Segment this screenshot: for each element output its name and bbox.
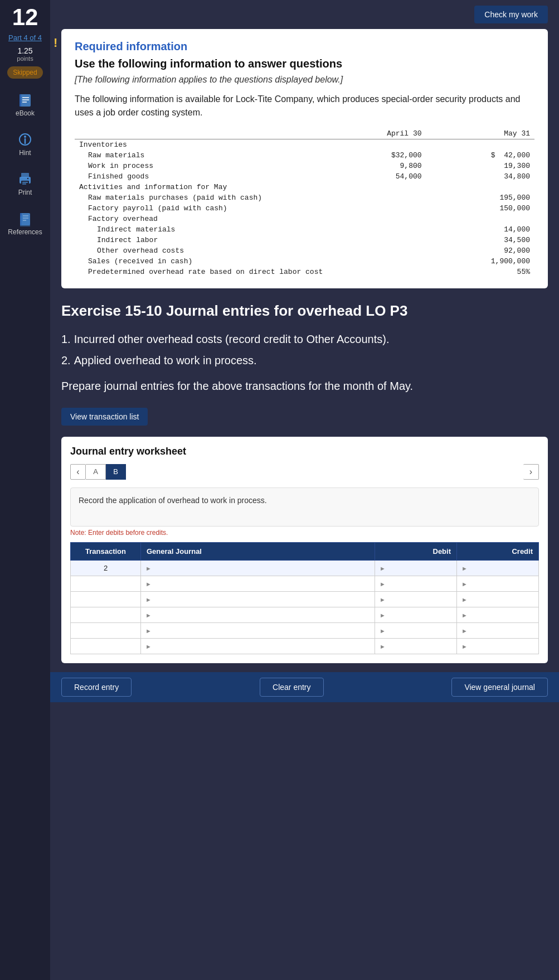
credit-header: Credit: [457, 542, 539, 560]
table-row: ► ► ►: [71, 638, 539, 654]
worksheet-card: Journal entry worksheet ‹ A B › Record t…: [61, 437, 548, 663]
note-text: Note: Enter debits before credits.: [70, 529, 539, 537]
table-row: ► ► ►: [71, 591, 539, 607]
item-number-2: 2.: [61, 352, 71, 369]
view-general-journal-button[interactable]: View general journal: [451, 678, 548, 697]
exclamation-icon: !: [54, 36, 57, 50]
points-unit: points: [17, 55, 33, 62]
worksheet-title: Journal entry worksheet: [70, 446, 539, 457]
table-row: 2 ► ► ►: [71, 560, 539, 576]
col1-header: April 30: [328, 128, 426, 139]
sidebar-item-hint[interactable]: Hint: [15, 128, 35, 160]
question-number: 12: [12, 6, 38, 29]
table-row: Factory payroll (paid with cash) 150,000: [75, 203, 534, 214]
svg-point-6: [24, 136, 26, 138]
tab-bar: ‹ A B ›: [70, 464, 539, 480]
action-bar: Record entry Clear entry View general jo…: [50, 672, 559, 702]
info-heading: Use the following information to answer …: [75, 57, 534, 70]
exercise-title: Exercise 15-10 Journal entries for overh…: [61, 302, 548, 321]
exercise-list: 1. Incurred other overhead costs (record…: [61, 331, 548, 369]
exercise-item-1: 1. Incurred other overhead costs (record…: [61, 331, 548, 347]
tab-next-button[interactable]: ›: [523, 464, 539, 480]
ebook-label: eBook: [16, 109, 35, 117]
part-label: Part 4 of 4: [8, 33, 42, 42]
exercise-item-2: 2. Applied overhead to work in process.: [61, 352, 548, 369]
table-row: Inventories: [75, 139, 534, 151]
table-row: Work in process 9,800 19,300: [75, 161, 534, 171]
table-row: Sales (received in cash) 1,900,000: [75, 256, 534, 267]
info-body: The following information is available f…: [75, 93, 534, 119]
table-row: Raw materials $32,000 $ 42,000: [75, 150, 534, 161]
col2-header: May 31: [426, 128, 534, 139]
svg-rect-12: [22, 184, 26, 185]
debit-header: Debit: [375, 542, 457, 560]
sidebar-item-print[interactable]: Print: [15, 168, 35, 200]
tab-b-button[interactable]: B: [106, 464, 126, 480]
table-row: ► ► ►: [71, 576, 539, 591]
skipped-badge: Skipped: [7, 66, 42, 79]
references-icon: [17, 211, 33, 226]
hint-label: Hint: [19, 149, 31, 157]
table-row: Predetermined overhead rate based on dir…: [75, 267, 534, 277]
main-content: Check my work ! Required information Use…: [50, 0, 559, 980]
print-icon: [17, 171, 33, 187]
book-icon: [17, 92, 33, 108]
record-entry-button[interactable]: Record entry: [61, 678, 132, 697]
svg-rect-11: [22, 182, 28, 183]
references-label: References: [8, 228, 42, 236]
svg-point-13: [27, 178, 28, 179]
item-number-1: 1.: [61, 331, 71, 347]
top-bar: Check my work: [50, 6, 559, 29]
item-text-1: Incurred other overhead costs (record cr…: [74, 331, 390, 347]
table-row: Other overhead costs 92,000: [75, 245, 534, 256]
sidebar-item-references[interactable]: References: [6, 207, 44, 239]
print-label: Print: [18, 189, 32, 196]
table-row: Raw materials purchases (paid with cash)…: [75, 192, 534, 203]
transaction-header: Transaction: [71, 542, 141, 560]
content-area: ! Required information Use the following…: [50, 29, 559, 663]
tab-a-button[interactable]: A: [86, 464, 106, 480]
table-row: Finished goods 54,000 34,800: [75, 171, 534, 182]
record-instruction: Record the application of overhead to wo…: [70, 487, 539, 527]
points-value: 1.25: [17, 46, 32, 55]
clear-entry-button[interactable]: Clear entry: [260, 678, 323, 697]
table-row: Factory overhead: [75, 214, 534, 224]
required-info-card: ! Required information Use the following…: [61, 29, 548, 288]
info-italic: [The following information applies to th…: [75, 75, 534, 85]
view-transaction-button[interactable]: View transaction list: [61, 408, 148, 426]
svg-rect-1: [20, 94, 21, 107]
check-my-work-button[interactable]: Check my work: [474, 6, 548, 23]
hint-icon: [17, 132, 33, 147]
required-info-title: Required information: [75, 40, 534, 53]
inventory-table: April 30 May 31 Inventories Raw material…: [75, 128, 534, 277]
sidebar-item-ebook[interactable]: eBook: [13, 89, 37, 120]
journal-table: Transaction General Journal Debit Credit…: [70, 542, 539, 654]
table-row: Indirect labor 34,500: [75, 235, 534, 245]
table-row: Indirect materials 14,000: [75, 224, 534, 235]
svg-rect-10: [21, 181, 29, 185]
svg-rect-19: [20, 215, 30, 226]
sidebar: 12 Part 4 of 4 1.25 points Skipped eBook…: [0, 0, 50, 980]
item-text-2: Applied overhead to work in process.: [74, 352, 257, 369]
tab-prev-button[interactable]: ‹: [70, 464, 86, 480]
prepare-text: Prepare journal entries for the above tr…: [61, 378, 548, 394]
general-journal-header: General Journal: [141, 542, 375, 560]
table-row: ► ► ►: [71, 607, 539, 622]
table-row: ► ► ►: [71, 622, 539, 638]
table-row: Activities and information for May: [75, 182, 534, 192]
